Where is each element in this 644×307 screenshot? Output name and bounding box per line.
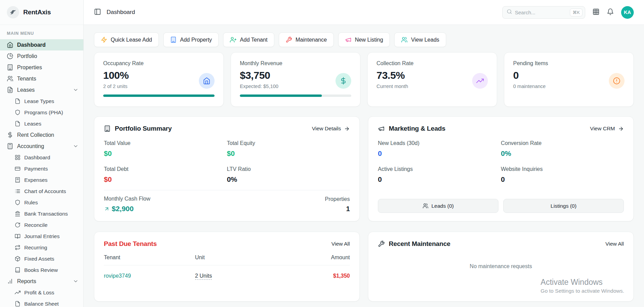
sidebar-item-expenses[interactable]: Expenses <box>0 174 83 186</box>
user-avatar[interactable]: KA <box>621 6 634 19</box>
stat-label: Monthly Revenue <box>240 60 351 67</box>
stat-value: $3,750 <box>240 70 351 81</box>
home-icon <box>7 42 13 48</box>
brand-name: RentAxis <box>23 9 51 16</box>
stat-value: 73.5% <box>376 70 488 81</box>
marketing-buttons: Leads (0)Listings (0) <box>378 199 624 213</box>
portfolio-footer: Monthly Cash Flow $2,900 Properties 1 <box>104 190 350 213</box>
table-header: TenantUnitAmount <box>104 254 350 265</box>
metric-label: Total Equity <box>227 140 350 146</box>
sidebar-item-recurring[interactable]: Recurring <box>0 242 83 253</box>
metric-value: 0 <box>501 175 624 184</box>
recent-maintenance-title: Recent Maintenance <box>389 240 450 248</box>
sidebar-item-reports[interactable]: Reports <box>0 276 83 287</box>
sidebar-item-lease-types[interactable]: Lease Types <box>0 96 83 107</box>
metric-value: 0 <box>378 175 501 184</box>
stat-value: 0 <box>513 70 625 81</box>
dashboard-content: Quick Lease AddAdd PropertyAdd TenantMai… <box>84 25 644 307</box>
column-header-amount: Amount <box>289 254 350 261</box>
sidebar-item-bank-transactions[interactable]: Bank Transactions <box>0 208 83 219</box>
column-header-tenant: Tenant <box>104 254 195 261</box>
view-details-link[interactable]: View Details <box>312 126 350 132</box>
quick-actions: Quick Lease AddAdd PropertyAdd TenantMai… <box>94 32 634 47</box>
sidebar-item-books-review[interactable]: Books Review <box>0 264 83 276</box>
list-icon <box>15 188 20 194</box>
sidebar-item-dashboard[interactable]: Dashboard <box>0 39 83 50</box>
tenant-link[interactable]: rovipe3749 <box>104 273 195 279</box>
view-leads-button[interactable]: View Leads <box>394 32 446 47</box>
sidebar-item-label: Bank Transactions <box>24 211 68 217</box>
arrow-right-icon <box>344 126 350 132</box>
zap-icon <box>101 36 107 43</box>
sidebar-item-portfolio[interactable]: Portfolio <box>0 50 83 62</box>
stat-label: Pending Items <box>513 60 625 67</box>
properties-label: Properties <box>325 196 350 202</box>
shield-icon <box>15 109 20 115</box>
metric-total-debt: Total Debt$0 <box>104 166 227 184</box>
credit-card-icon <box>15 166 20 172</box>
sidebar-item-dashboard[interactable]: Dashboard <box>0 152 83 163</box>
sidebar-item-accounting[interactable]: Accounting <box>0 141 83 152</box>
unit-link[interactable]: 2 Units <box>195 273 212 280</box>
dollar-icon <box>7 132 13 138</box>
button-label: Leads (0) <box>431 203 454 209</box>
sidebar-item-balance-sheet[interactable]: Balance Sheet <box>0 298 83 307</box>
metric-value: $0 <box>104 149 227 158</box>
past-due-view-all-link[interactable]: View All <box>331 241 350 247</box>
view-crm-link[interactable]: View CRM <box>590 126 624 132</box>
users-icon <box>401 36 408 43</box>
marketing-leads-card: Marketing & Leads View CRM New Leads (30… <box>368 116 634 221</box>
sidebar-item-label: Properties <box>17 64 42 71</box>
sidebar-item-label: Accounting <box>17 143 44 149</box>
progress-bar <box>103 94 215 97</box>
alert-circle-icon <box>609 73 625 89</box>
sidebar-item-chart-of-accounts[interactable]: Chart of Accounts <box>0 186 83 197</box>
search-box[interactable]: ⌘K <box>502 6 585 19</box>
sidebar-item-tenants[interactable]: Tenants <box>0 73 83 84</box>
apps-grid-button[interactable] <box>592 8 600 16</box>
sidebar-item-rules[interactable]: Rules <box>0 197 83 208</box>
cash-flow-label: Monthly Cash Flow <box>104 196 150 202</box>
sidebar-item-profit-loss[interactable]: Profit & Loss <box>0 287 83 298</box>
user-plus-icon <box>230 36 236 43</box>
bar-chart-icon <box>7 278 13 284</box>
metric-label: New Leads (30d) <box>378 140 501 146</box>
building-icon <box>104 125 111 132</box>
sidebar-nav: DashboardPortfolioPropertiesTenantsLease… <box>0 39 83 307</box>
book-icon <box>15 267 20 273</box>
quick-lease-add-button[interactable]: Quick Lease Add <box>94 32 159 47</box>
sidebar-item-journal-entries[interactable]: Journal Entries <box>0 231 83 242</box>
listings-0-button[interactable]: Listings (0) <box>503 199 624 213</box>
amount-value: $1,350 <box>289 273 350 279</box>
sidebar-item-fixed-assets[interactable]: Fixed Assets <box>0 253 83 264</box>
sidebar: RentAxis MAIN MENU DashboardPortfolioPro… <box>0 0 84 307</box>
marketing-leads-title: Marketing & Leads <box>389 125 446 132</box>
maintenance-view-all-link[interactable]: View All <box>605 241 624 247</box>
sidebar-item-leases[interactable]: Leases <box>0 118 83 129</box>
maintenance-button[interactable]: Maintenance <box>279 32 334 47</box>
sidebar-item-properties[interactable]: Properties <box>0 62 83 73</box>
notifications-button[interactable] <box>607 8 614 16</box>
add-property-button[interactable]: Add Property <box>163 32 219 47</box>
sidebar-item-programs-pha[interactable]: Programs (PHA) <box>0 107 83 118</box>
sidebar-toggle-button[interactable] <box>94 8 101 16</box>
sidebar-item-reconcile[interactable]: Reconcile <box>0 219 83 231</box>
quick-action-label: Add Property <box>180 37 212 43</box>
sidebar-item-leases[interactable]: Leases <box>0 84 83 96</box>
recent-maintenance-card: Recent Maintenance View All No maintenan… <box>368 232 634 302</box>
quick-action-label: View Leads <box>411 37 439 43</box>
sidebar-item-rent-collection[interactable]: Rent Collection <box>0 129 83 141</box>
new-listing-button[interactable]: New Listing <box>338 32 390 47</box>
add-tenant-button[interactable]: Add Tenant <box>223 32 274 47</box>
stat-value: 100% <box>103 70 215 81</box>
stat-card-pending-items: Pending Items00 maintenance <box>504 52 634 107</box>
cash-flow-value: $2,900 <box>104 205 150 213</box>
refresh-icon <box>15 222 20 228</box>
search-input[interactable] <box>515 10 567 15</box>
metric-conversion-rate: Conversion Rate0% <box>501 140 624 158</box>
sidebar-item-payments[interactable]: Payments <box>0 163 83 174</box>
dollar-icon <box>335 73 351 89</box>
stat-card-collection-rate: Collection Rate73.5%Current month <box>367 52 497 107</box>
leads-0-button[interactable]: Leads (0) <box>378 199 498 213</box>
properties-value: 1 <box>325 205 350 213</box>
